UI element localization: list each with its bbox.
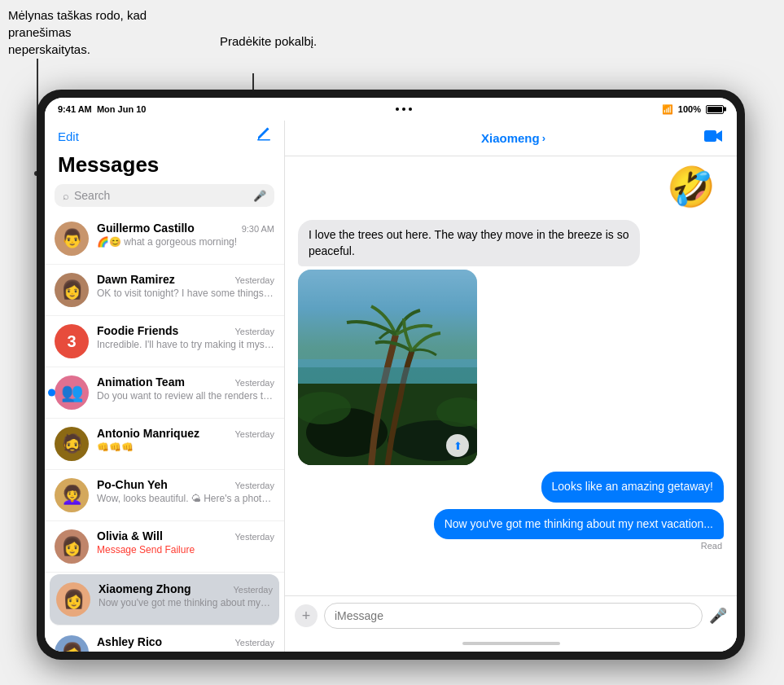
- conversation-item-pochun[interactable]: 👩‍🦱 Po-Chun Yeh Yesterday Wow, looks bea…: [45, 470, 284, 521]
- conv-content: Olivia & Will Yesterday Message Send Fai…: [97, 529, 274, 557]
- conversations-list[interactable]: 👨 Guillermo Castillo 9:30 AM 🌈😊 what a g…: [45, 213, 284, 652]
- ipad-frame: 9:41 AM Mon Jun 10 📶 100% Edit: [37, 90, 745, 660]
- conv-content: Animation Team Yesterday Do you want to …: [97, 375, 274, 403]
- chat-header: Xiaomeng ›: [285, 121, 737, 156]
- mic-icon: 🎤: [253, 190, 266, 202]
- conv-preview: Now you've got me thinking about my next…: [99, 597, 273, 610]
- video-call-button[interactable]: [704, 129, 724, 147]
- status-dot-1: [396, 108, 399, 111]
- message-bubble-3: Now you've got me thinking about my next…: [434, 509, 724, 540]
- battery-bar: [706, 105, 724, 114]
- conv-top: Antonio Manriquez Yesterday: [97, 427, 274, 440]
- status-bar: 9:41 AM Mon Jun 10 📶 100%: [45, 98, 737, 121]
- conv-preview: Incredible. I'll have to try making it m…: [97, 339, 274, 352]
- conversation-item-antonio[interactable]: 🧔 Antonio Manriquez Yesterday 👊👊👊: [45, 419, 284, 470]
- conv-time: Yesterday: [234, 429, 274, 439]
- home-bar: [462, 642, 560, 645]
- add-attachment-button[interactable]: +: [295, 604, 318, 627]
- message-incoming-1: I love the trees out here. The way they …: [298, 220, 724, 465]
- emoji-reaction: 🤣: [667, 165, 716, 210]
- status-right: 📶 100%: [662, 104, 724, 115]
- ipad-screen: 9:41 AM Mon Jun 10 📶 100% Edit: [45, 98, 737, 652]
- conv-content: Antonio Manriquez Yesterday 👊👊👊: [97, 427, 274, 454]
- conv-time: Yesterday: [234, 275, 274, 285]
- svg-rect-1: [704, 130, 716, 142]
- svg-rect-0: [257, 139, 270, 141]
- conv-top: Foodie Friends Yesterday: [97, 324, 274, 337]
- conv-content: Ashley Rico Yesterday: [97, 635, 274, 650]
- battery-fill: [707, 107, 722, 112]
- conv-time: Yesterday: [234, 327, 274, 336]
- svg-rect-9: [298, 367, 477, 384]
- messages-title: Messages: [45, 149, 284, 184]
- conv-preview: OK to visit tonight? I have some things …: [97, 288, 274, 301]
- edit-button[interactable]: Edit: [58, 130, 79, 143]
- chevron-right-icon: ›: [542, 132, 545, 144]
- annotation-center: Pradėkite pokalbį.: [220, 33, 317, 50]
- message-input[interactable]: [324, 603, 703, 629]
- conv-name: Foodie Friends: [97, 324, 178, 337]
- conv-name: Ashley Rico: [97, 635, 162, 648]
- input-area: + 🎤: [285, 595, 737, 635]
- sidebar-header: Edit: [45, 121, 284, 149]
- battery-percent: 100%: [678, 104, 701, 114]
- message-bubble-2: Looks like an amazing getaway!: [541, 472, 724, 503]
- beach-photo[interactable]: ⬆: [298, 270, 477, 465]
- share-button[interactable]: ⬆: [446, 434, 469, 457]
- annotation-left: Mėlynas taškas rodo, kad pranešimas nepe…: [0, 0, 163, 64]
- mic-input-button[interactable]: 🎤: [709, 607, 727, 625]
- conv-name: Olivia & Will: [97, 529, 163, 542]
- conv-content: Xiaomeng Zhong Yesterday Now you've got …: [99, 582, 273, 610]
- message-outgoing-1: Looks like an amazing getaway!: [298, 472, 724, 503]
- messages-scroll[interactable]: 🤣 I love the trees out here. The way the…: [285, 156, 737, 595]
- conv-top: Guillermo Castillo 9:30 AM: [97, 222, 274, 235]
- conversation-item-xiaomeng[interactable]: 👩 Xiaomeng Zhong Yesterday Now you've go…: [50, 574, 279, 626]
- conv-content: Foodie Friends Yesterday Incredible. I'l…: [97, 324, 274, 352]
- conv-top: Animation Team Yesterday: [97, 375, 274, 389]
- conv-content: Guillermo Castillo 9:30 AM 🌈😊 what a gor…: [97, 222, 274, 249]
- conv-content: Po-Chun Yeh Yesterday Wow, looks beautif…: [97, 478, 274, 506]
- conv-preview: 👊👊👊: [97, 441, 274, 454]
- search-bar[interactable]: ⌕ Search 🎤: [55, 184, 274, 207]
- conv-preview: Wow, looks beautiful. 🌤 Here's a photo o…: [97, 493, 274, 506]
- conversation-item-animation[interactable]: 👥 Animation Team Yesterday Do you want t…: [45, 367, 284, 419]
- unread-dot: [48, 389, 55, 397]
- contact-name[interactable]: Xiaomeng ›: [481, 131, 545, 145]
- conversation-item-dawn[interactable]: 👩 Dawn Ramirez Yesterday OK to visit ton…: [45, 265, 284, 316]
- main-content: Edit Messages ⌕ Search 🎤: [45, 121, 737, 652]
- conversation-item-olivia[interactable]: 👩 Olivia & Will Yesterday Message Send F…: [45, 521, 284, 573]
- search-input[interactable]: Search: [74, 189, 248, 202]
- conversation-item-foodie[interactable]: 3 Foodie Friends Yesterday Incredible. I…: [45, 316, 284, 367]
- conv-time: 9:30 AM: [242, 224, 274, 234]
- conv-time: Yesterday: [234, 638, 274, 648]
- conv-name: Xiaomeng Zhong: [99, 582, 191, 595]
- conv-name: Guillermo Castillo: [97, 222, 195, 235]
- conv-top: Po-Chun Yeh Yesterday: [97, 478, 274, 491]
- conv-preview: Do you want to review all the renders to…: [97, 390, 274, 403]
- chat-area: Xiaomeng › 🤣: [285, 121, 737, 652]
- compose-button[interactable]: [256, 127, 271, 146]
- status-dot-2: [402, 108, 405, 111]
- status-dot-3: [409, 108, 412, 111]
- conv-name: Dawn Ramirez: [97, 273, 175, 286]
- conv-name: Antonio Manriquez: [97, 427, 199, 440]
- conv-top: Xiaomeng Zhong Yesterday: [99, 582, 273, 595]
- sidebar: Edit Messages ⌕ Search 🎤: [45, 121, 285, 652]
- conv-name: Po-Chun Yeh: [97, 478, 168, 491]
- status-dots: [396, 108, 412, 111]
- conv-top: Ashley Rico Yesterday: [97, 635, 274, 648]
- conv-time: Yesterday: [234, 532, 274, 542]
- conv-preview: 🌈😊 what a gorgeous morning!: [97, 236, 274, 249]
- status-time: 9:41 AM Mon Jun 10: [58, 104, 146, 114]
- wifi-icon: 📶: [662, 104, 673, 115]
- conversation-item-guillermo[interactable]: 👨 Guillermo Castillo 9:30 AM 🌈😊 what a g…: [45, 213, 284, 265]
- message-bubble-1: I love the trees out here. The way they …: [298, 220, 640, 266]
- conv-top: Olivia & Will Yesterday: [97, 529, 274, 542]
- conv-time: Yesterday: [234, 378, 274, 388]
- conversation-item-ashley[interactable]: 👩 Ashley Rico Yesterday: [45, 627, 284, 652]
- conv-time: Yesterday: [234, 481, 274, 490]
- conv-content: Dawn Ramirez Yesterday OK to visit tonig…: [97, 273, 274, 301]
- message-outgoing-2: Now you've got me thinking about my next…: [298, 509, 724, 551]
- conv-preview: Message Send Failure: [97, 544, 274, 557]
- conv-time: Yesterday: [233, 585, 273, 595]
